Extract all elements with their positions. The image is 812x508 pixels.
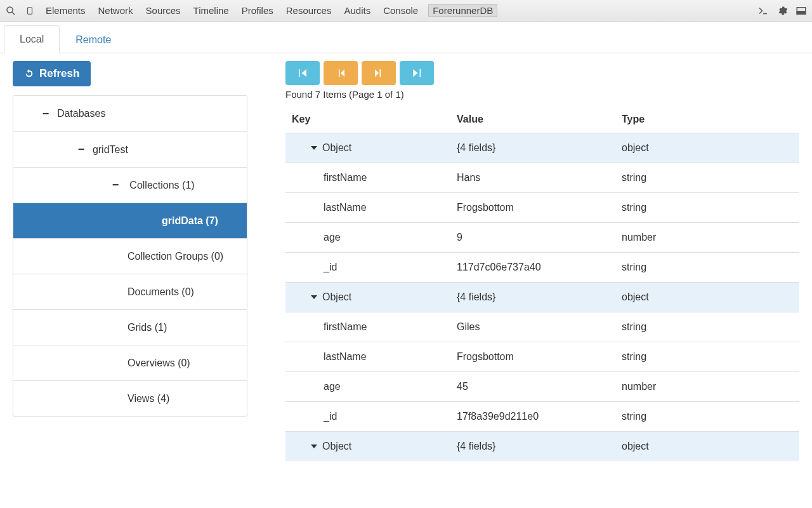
cell-type: string [615, 342, 799, 372]
tree-label: Views (4) [128, 393, 169, 404]
th-type: Type [615, 106, 799, 133]
prev-page-button[interactable] [324, 61, 358, 85]
main-tabs: Local Remote [0, 22, 812, 53]
svg-rect-2 [28, 7, 32, 14]
devtools-item-elements[interactable]: Elements [43, 5, 88, 16]
svg-line-1 [12, 12, 15, 15]
cell-value: 17f8a39e9d211e0 [450, 402, 615, 432]
table-row[interactable]: lastNameFrogsbottomstring [285, 342, 799, 372]
cell-value: 117d7c06e737a40 [450, 253, 615, 283]
cell-key: _id [324, 411, 337, 422]
table-row[interactable]: age45number [285, 372, 799, 402]
caret-down-icon [311, 146, 317, 150]
tree-label: Collection Groups (0) [128, 251, 223, 262]
step-backward-icon [335, 67, 346, 79]
refresh-icon [24, 69, 34, 79]
main-panel: Found 7 Items (Page 1 of 1) Key Value Ty… [247, 61, 812, 508]
tree-views[interactable]: Views (4) [13, 380, 247, 416]
devtools-menu: ElementsNetworkSourcesTimelineProfilesRe… [43, 4, 497, 17]
tree-overviews[interactable]: Overviews (0) [13, 345, 247, 380]
tab-remote[interactable]: Remote [60, 26, 127, 53]
table-row[interactable]: _id17f8a39e9d211e0string [285, 402, 799, 432]
object-label: Object [322, 441, 351, 452]
table-row[interactable]: firstNameGilesstring [285, 312, 799, 342]
tree-collection-groups[interactable]: Collection Groups (0) [13, 238, 247, 274]
tree-label: Databases [57, 108, 106, 119]
dock-icon[interactable] [796, 5, 807, 17]
cell-key: firstName [324, 321, 367, 333]
gear-icon[interactable] [776, 5, 788, 17]
table-row-object[interactable]: Object{4 fields}object [285, 432, 799, 462]
tree-grids[interactable]: Grids (1) [13, 309, 247, 345]
cell-value: 45 [450, 372, 615, 402]
cell-key: _id [324, 262, 337, 273]
devtools-item-forerunnerdb[interactable]: ForerunnerDB [428, 4, 497, 17]
minus-icon: − [40, 107, 51, 121]
cell-type: number [615, 223, 799, 253]
devtools-item-console[interactable]: Console [381, 5, 421, 16]
minus-icon: − [110, 178, 121, 192]
last-page-button[interactable] [400, 61, 434, 85]
devtools-item-audits[interactable]: Audits [341, 5, 373, 16]
pager-status: Found 7 Items (Page 1 of 1) [285, 89, 799, 100]
table-row[interactable]: age9number [285, 223, 799, 253]
refresh-label: Refresh [39, 67, 79, 80]
cell-value: {4 fields} [450, 432, 615, 462]
tree-databases[interactable]: − Databases [13, 96, 247, 131]
cell-value: Frogsbottom [450, 342, 615, 372]
content: Refresh − Databases − gridTest − Collect… [0, 53, 812, 508]
tree-collections[interactable]: − Collections (1) [13, 167, 247, 203]
cell-value: Giles [450, 312, 615, 342]
th-key: Key [285, 106, 450, 133]
next-page-button[interactable] [362, 61, 396, 85]
caret-down-icon [311, 444, 317, 448]
cell-value: 9 [450, 223, 615, 253]
cell-value: Frogsbottom [450, 193, 615, 223]
table-row[interactable]: _id117d7c06e737a40string [285, 253, 799, 283]
svg-point-0 [7, 7, 13, 13]
devtools-item-sources[interactable]: Sources [143, 5, 183, 16]
device-icon[interactable] [24, 5, 36, 17]
devtools-item-resources[interactable]: Resources [284, 5, 334, 16]
refresh-button[interactable]: Refresh [13, 61, 91, 86]
th-value: Value [450, 106, 615, 133]
devtools-item-timeline[interactable]: Timeline [191, 5, 232, 16]
table-row[interactable]: lastNameFrogsbottomstring [285, 193, 799, 223]
svg-rect-5 [797, 11, 806, 14]
search-icon[interactable] [5, 5, 16, 17]
devtools-item-network[interactable]: Network [96, 5, 136, 16]
tab-local[interactable]: Local [4, 25, 60, 53]
sidebar: Refresh − Databases − gridTest − Collect… [13, 61, 247, 508]
caret-down-icon [311, 295, 317, 299]
fast-forward-icon [411, 67, 422, 79]
cell-type: string [615, 312, 799, 342]
data-table: Key Value Type Object{4 fields}objectfir… [285, 106, 799, 461]
cell-value: {4 fields} [450, 133, 615, 163]
cell-value: Hans [450, 163, 615, 193]
console-toggle-icon[interactable] [757, 5, 769, 17]
tree-label: Collections (1) [129, 180, 194, 191]
devtools-bar: ElementsNetworkSourcesTimelineProfilesRe… [0, 0, 812, 22]
pager [285, 61, 799, 85]
devtools-item-profiles[interactable]: Profiles [239, 5, 276, 16]
tree-label: gridTest [93, 144, 128, 156]
tree-label: Overviews (0) [128, 358, 190, 369]
tree-documents[interactable]: Documents (0) [13, 274, 247, 309]
first-page-button[interactable] [285, 61, 320, 85]
table-row-object[interactable]: Object{4 fields}object [285, 133, 799, 163]
tree-label: Grids (1) [128, 322, 167, 333]
object-label: Object [322, 142, 351, 154]
cell-type: string [615, 163, 799, 193]
cell-key: age [324, 232, 341, 243]
table-row[interactable]: firstNameHansstring [285, 163, 799, 193]
cell-key: lastName [324, 202, 367, 213]
cell-key: lastName [324, 351, 367, 363]
tree-db[interactable]: − gridTest [13, 131, 247, 167]
cell-key: age [324, 381, 341, 392]
fast-backward-icon [297, 67, 308, 79]
cell-type: object [615, 283, 799, 312]
table-row-object[interactable]: Object{4 fields}object [285, 283, 799, 312]
cell-key: firstName [324, 172, 367, 184]
tree-griddata[interactable]: gridData (7) [13, 203, 247, 238]
cell-type: string [615, 193, 799, 223]
